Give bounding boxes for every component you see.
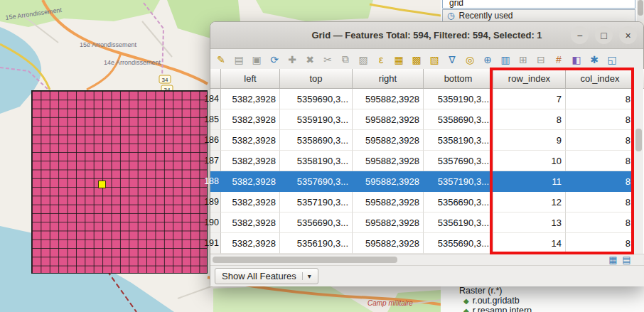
deselect-all-icon[interactable]: ▧	[427, 53, 441, 67]
horizontal-scrollbar-thumb[interactable]	[213, 257, 397, 263]
cell-row-index[interactable]: 11	[493, 171, 566, 192]
cell-right[interactable]: 595882,3928	[353, 213, 424, 233]
cell-top[interactable]: 5358190,3...	[280, 151, 353, 171]
column-header-top[interactable]: top	[280, 69, 353, 89]
vertical-scrollbar[interactable]	[633, 69, 643, 254]
cell-left[interactable]: 5382,3928	[221, 130, 280, 151]
minimize-button[interactable]: −	[571, 26, 589, 44]
cell-row-index[interactable]: 7	[493, 89, 566, 109]
cell-bottom[interactable]: 5356190,3...	[424, 213, 493, 233]
cell-col-index[interactable]: 8	[566, 109, 635, 130]
row-number[interactable]: 184	[210, 89, 221, 109]
cell-right[interactable]: 595882,3928	[353, 109, 424, 130]
cell-row-index[interactable]: 13	[493, 213, 566, 233]
table-row[interactable]: 187 5382,3928 5358190,3... 595882,3928 5…	[210, 151, 644, 171]
cell-col-index[interactable]: 8	[566, 233, 635, 254]
cell-left[interactable]: 5382,3928	[221, 233, 280, 254]
cell-top[interactable]: 5357190,3...	[280, 192, 353, 213]
delete-field-icon[interactable]: ⊟	[534, 53, 548, 67]
feature-filter-button[interactable]: Show All Features ▾	[215, 268, 318, 284]
cell-left[interactable]: 5382,3928	[221, 213, 280, 233]
reload-icon[interactable]: ⟳	[267, 53, 281, 67]
cell-row-index[interactable]: 8	[493, 109, 566, 130]
cell-col-index[interactable]: 8	[566, 151, 635, 171]
filter-icon[interactable]: ∇	[445, 53, 459, 67]
cell-bottom[interactable]: 5355690,3...	[424, 233, 493, 254]
column-header-right[interactable]: right	[353, 69, 424, 89]
cell-left[interactable]: 5382,3928	[221, 109, 280, 130]
table-row[interactable]: 190 5382,3928 5356690,3... 595882,3928 5…	[210, 213, 644, 233]
save-edits-icon[interactable]: ▣	[249, 53, 264, 67]
row-number[interactable]: 188	[210, 171, 221, 192]
add-feature-icon[interactable]: ✚	[285, 53, 299, 67]
toggle-editing-icon[interactable]: ✎	[214, 53, 228, 67]
conditional-formatting-icon[interactable]: ◧	[569, 53, 584, 67]
cell-col-index[interactable]: 8	[566, 192, 635, 213]
cell-bottom[interactable]: 5359190,3...	[424, 89, 493, 109]
cell-right[interactable]: 595882,3928	[353, 192, 424, 213]
row-number[interactable]: 191	[210, 233, 221, 254]
maximize-button[interactable]: □	[595, 26, 613, 44]
table-row[interactable]: 191 5382,3928 5356190,3... 595882,3928 5…	[210, 233, 644, 254]
table-row[interactable]: 189 5382,3928 5357190,3... 595882,3928 5…	[210, 192, 644, 213]
organize-columns-icon[interactable]: ▥	[498, 53, 512, 67]
paste-icon[interactable]: ▨	[356, 53, 370, 67]
cell-right[interactable]: 595882,3928	[353, 89, 424, 109]
multiedit-mode-icon[interactable]: ▤	[232, 53, 246, 67]
invert-selection-icon[interactable]: ▩	[409, 53, 424, 67]
row-number[interactable]: 187	[210, 151, 221, 171]
cell-col-index[interactable]: 8	[566, 89, 635, 109]
cell-top[interactable]: 5359190,3...	[280, 109, 353, 130]
cell-top[interactable]: 5356690,3...	[280, 213, 353, 233]
cell-top[interactable]: 5356190,3...	[280, 233, 353, 254]
cell-left[interactable]: 5382,3928	[221, 171, 280, 192]
row-number[interactable]: 190	[210, 213, 221, 233]
cell-bottom[interactable]: 5357690,3...	[424, 151, 493, 171]
toolbox-scrollbar[interactable]	[637, 0, 644, 21]
table-row[interactable]: 185 5382,3928 5359190,3... 595882,3928 5…	[210, 109, 644, 130]
dock-table-icon[interactable]: ◱	[605, 53, 619, 67]
cell-col-index[interactable]: 8	[566, 171, 635, 192]
toolbox-search-input[interactable]	[442, 0, 635, 9]
copy-icon[interactable]: ⧉	[338, 53, 353, 67]
column-header-left[interactable]: left	[221, 69, 280, 89]
row-number[interactable]: 185	[210, 109, 221, 130]
pan-to-selection-icon[interactable]: ⊕	[481, 53, 495, 67]
cell-left[interactable]: 5382,3928	[221, 192, 280, 213]
close-button[interactable]: ×	[619, 26, 637, 44]
zoom-to-selection-icon[interactable]: ◎	[463, 53, 477, 67]
cell-right[interactable]: 595882,3928	[353, 233, 424, 254]
row-number[interactable]: 186	[210, 130, 221, 151]
cell-right[interactable]: 595882,3928	[353, 130, 424, 151]
cell-right[interactable]: 595882,3928	[353, 151, 424, 171]
corner-header[interactable]	[210, 69, 221, 89]
horizontal-scrollbar[interactable]	[210, 254, 644, 265]
cell-bottom[interactable]: 5356690,3...	[424, 192, 493, 213]
cell-col-index[interactable]: 8	[566, 213, 635, 233]
actions-icon[interactable]: ✱	[587, 53, 601, 67]
cut-icon[interactable]: ✂	[321, 53, 335, 67]
toolbox-algorithm[interactable]: ◆ r.out.gridatb	[463, 296, 520, 306]
column-header-col-index[interactable]: col_index	[566, 69, 635, 89]
field-calculator-icon[interactable]: #	[552, 53, 566, 67]
cell-col-index[interactable]: 8	[566, 130, 635, 151]
cell-top[interactable]: 5358690,3...	[280, 130, 353, 151]
dialog-titlebar[interactable]: Grid — Features Total: 594, Filtered: 59…	[210, 22, 643, 49]
cell-left[interactable]: 5382,3928	[221, 89, 280, 109]
toolbox-algorithm[interactable]: ◆ r.resamp.interp	[463, 306, 532, 312]
table-row[interactable]: 186 5382,3928 5358690,3... 595882,3928 5…	[210, 130, 644, 151]
cell-bottom[interactable]: 5358690,3...	[424, 109, 493, 130]
cell-top[interactable]: 5357690,3...	[280, 171, 353, 192]
select-all-icon[interactable]: ▦	[392, 53, 406, 67]
column-header-bottom[interactable]: bottom	[424, 69, 493, 89]
row-number[interactable]: 189	[210, 192, 221, 213]
vertical-scrollbar-thumb[interactable]	[635, 129, 642, 151]
cell-row-index[interactable]: 14	[493, 233, 566, 254]
select-by-expression-icon[interactable]: ε	[374, 53, 388, 67]
delete-selected-icon[interactable]: ✖	[303, 53, 317, 67]
cell-bottom[interactable]: 5358190,3...	[424, 130, 493, 151]
form-view-icon[interactable]: ▤	[621, 254, 632, 264]
column-header-row-index[interactable]: row_index	[493, 69, 566, 89]
new-field-icon[interactable]: ⊞	[516, 53, 530, 67]
cell-row-index[interactable]: 9	[493, 130, 566, 151]
